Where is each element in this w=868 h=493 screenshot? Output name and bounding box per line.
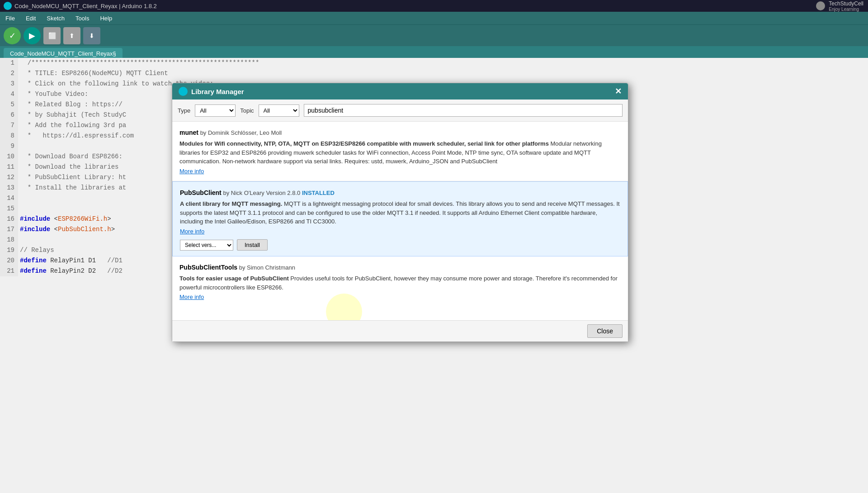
dialog-title: Library Manager xyxy=(191,88,244,95)
close-dialog-button[interactable]: Close xyxy=(587,324,623,338)
verify-button[interactable]: ✓ xyxy=(4,27,21,44)
open-button[interactable]: ⬆ xyxy=(63,27,80,44)
library-manager-dialog: Library Manager ✕ Type All Topic All mun… xyxy=(172,83,628,342)
upload-button[interactable]: ▶ xyxy=(24,27,41,44)
menu-bar: File Edit Sketch Tools Help xyxy=(0,12,868,24)
version-select[interactable]: Select vers... xyxy=(180,240,233,251)
pubsubclient-more-info-link[interactable]: More info xyxy=(180,228,204,235)
lib-description: Modules for Wifi connectivity, NTP, OTA,… xyxy=(179,139,621,166)
dialog-close-x-button[interactable]: ✕ xyxy=(615,87,622,95)
title-bar: Code_NodeMCU_MQTT_Client_Reyax | Arduino… xyxy=(0,0,868,12)
dialog-header: Library Manager ✕ xyxy=(172,83,628,100)
lib-header: PubSubClientTools by Simon Christmann xyxy=(179,263,621,272)
lib-author: by Dominik Schlösser, Leo Moll xyxy=(200,129,282,136)
install-button[interactable]: Install xyxy=(237,239,268,251)
toolbar: ✓ ▶ ⬜ ⬆ ⬇ xyxy=(0,24,868,46)
library-item-pubsubclient: PubSubClient by Nick O'Leary Version 2.8… xyxy=(172,181,628,256)
pubsubclienttools-more-info-link[interactable]: More info xyxy=(179,294,204,300)
lib-name: PubSubClient xyxy=(180,189,222,196)
menu-tools[interactable]: Tools xyxy=(74,14,91,23)
tab-bar: Code_NodeMCU_MQTT_Client_Reyax§ xyxy=(0,46,868,59)
window-title: Code_NodeMCU_MQTT_Client_Reyax | Arduino… xyxy=(14,3,157,9)
avatar xyxy=(816,1,825,10)
menu-edit[interactable]: Edit xyxy=(24,14,38,23)
lib-version: Version 2.8.0 xyxy=(266,190,302,196)
save-button[interactable]: ⬇ xyxy=(83,27,100,44)
dialog-icon xyxy=(179,87,188,96)
lib-header: munet by Dominik Schlösser, Leo Moll xyxy=(179,128,621,137)
dialog-title-row: Library Manager xyxy=(179,87,244,96)
munet-more-info-link[interactable]: More info xyxy=(179,168,204,175)
filter-row: Type All Topic All xyxy=(172,100,628,122)
menu-sketch[interactable]: Sketch xyxy=(45,14,66,23)
branding-area: TechStudyCell Enjoy Learning xyxy=(811,0,868,12)
type-label: Type xyxy=(178,107,190,114)
lib-header: PubSubClient by Nick O'Leary Version 2.8… xyxy=(180,188,620,198)
lib-name: PubSubClientTools xyxy=(179,264,237,271)
search-input[interactable] xyxy=(304,104,623,117)
new-button[interactable]: ⬜ xyxy=(43,27,61,44)
topic-select[interactable]: All xyxy=(259,104,299,117)
topic-label: Topic xyxy=(240,107,254,114)
menu-help[interactable]: Help xyxy=(98,14,114,23)
library-item-pubsubclienttools: PubSubClientTools by Simon Christmann To… xyxy=(172,256,628,307)
lib-description: A client library for MQTT messaging. MQT… xyxy=(180,199,620,226)
lib-author: by Simon Christmann xyxy=(239,264,295,271)
lib-controls: Select vers... Install xyxy=(180,239,620,251)
library-list[interactable]: munet by Dominik Schlösser, Leo Moll Mod… xyxy=(172,122,628,321)
brand-text: TechStudyCell Enjoy Learning xyxy=(829,0,863,12)
app-icon xyxy=(4,2,12,10)
type-select[interactable]: All xyxy=(195,104,236,117)
lib-author: by Nick O'Leary xyxy=(223,190,264,196)
library-item-munet: munet by Dominik Schlösser, Leo Moll Mod… xyxy=(172,122,628,181)
lib-description: Tools for easier usage of PubSubClient P… xyxy=(179,274,621,292)
installed-badge: INSTALLED xyxy=(302,190,335,196)
dialog-overlay: Library Manager ✕ Type All Topic All mun… xyxy=(0,58,868,493)
lib-name: munet xyxy=(179,129,198,136)
dialog-footer: Close xyxy=(172,321,628,341)
menu-file[interactable]: File xyxy=(4,14,17,23)
